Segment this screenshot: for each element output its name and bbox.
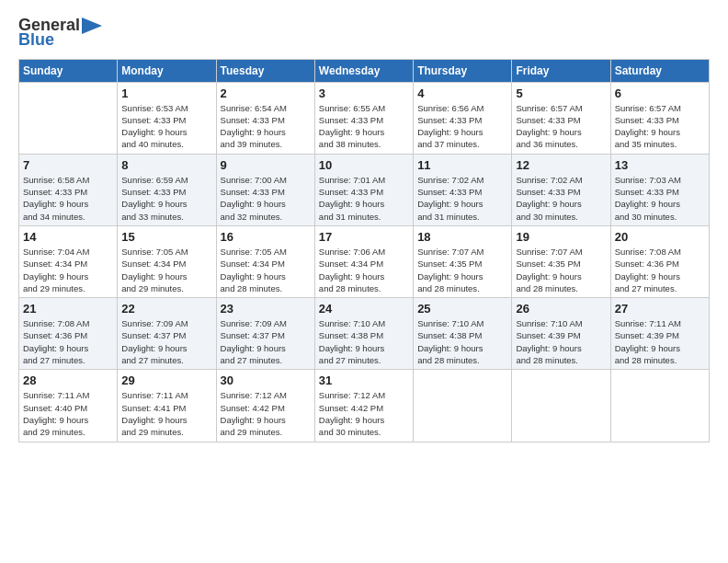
calendar-empty-cell	[512, 370, 610, 442]
calendar-week-row: 7Sunrise: 6:58 AM Sunset: 4:33 PM Daylig…	[19, 154, 710, 225]
calendar-empty-cell	[610, 370, 709, 442]
day-number: 31	[319, 373, 409, 387]
day-number: 18	[417, 230, 507, 244]
day-info: Sunrise: 7:10 AM Sunset: 4:39 PM Dayligh…	[516, 317, 606, 366]
day-number: 16	[221, 230, 311, 244]
calendar-day-cell: 21Sunrise: 7:08 AM Sunset: 4:36 PM Dayli…	[19, 298, 118, 370]
day-info: Sunrise: 6:59 AM Sunset: 4:33 PM Dayligh…	[121, 174, 211, 223]
day-number: 17	[319, 230, 409, 244]
calendar-day-cell: 19Sunrise: 7:07 AM Sunset: 4:35 PM Dayli…	[512, 225, 610, 297]
day-info: Sunrise: 7:12 AM Sunset: 4:42 PM Dayligh…	[319, 389, 409, 438]
day-info: Sunrise: 7:11 AM Sunset: 4:39 PM Dayligh…	[615, 317, 705, 366]
calendar-day-cell: 10Sunrise: 7:01 AM Sunset: 4:33 PM Dayli…	[314, 154, 413, 225]
calendar-day-cell: 28Sunrise: 7:11 AM Sunset: 4:40 PM Dayli…	[19, 370, 118, 442]
day-number: 30	[221, 373, 311, 387]
calendar-day-cell: 9Sunrise: 7:00 AM Sunset: 4:33 PM Daylig…	[216, 154, 314, 225]
day-info: Sunrise: 7:01 AM Sunset: 4:33 PM Dayligh…	[319, 174, 409, 223]
day-info: Sunrise: 7:11 AM Sunset: 4:40 PM Dayligh…	[23, 389, 113, 438]
calendar-day-cell: 22Sunrise: 7:09 AM Sunset: 4:37 PM Dayli…	[118, 298, 216, 370]
day-info: Sunrise: 7:04 AM Sunset: 4:34 PM Dayligh…	[23, 246, 113, 294]
calendar-week-row: 28Sunrise: 7:11 AM Sunset: 4:40 PM Dayli…	[19, 370, 710, 442]
calendar-day-cell: 30Sunrise: 7:12 AM Sunset: 4:42 PM Dayli…	[216, 370, 314, 442]
day-info: Sunrise: 6:56 AM Sunset: 4:33 PM Dayligh…	[417, 102, 507, 151]
day-info: Sunrise: 7:09 AM Sunset: 4:37 PM Dayligh…	[121, 317, 211, 366]
day-number: 22	[121, 302, 211, 316]
weekday-header-tuesday: Tuesday	[216, 59, 314, 82]
day-number: 1	[121, 86, 211, 100]
day-number: 11	[417, 158, 507, 172]
day-info: Sunrise: 7:02 AM Sunset: 4:33 PM Dayligh…	[417, 174, 507, 223]
calendar-day-cell: 2Sunrise: 6:54 AM Sunset: 4:33 PM Daylig…	[216, 82, 314, 154]
day-info: Sunrise: 7:06 AM Sunset: 4:34 PM Dayligh…	[319, 246, 409, 294]
calendar-day-cell: 17Sunrise: 7:06 AM Sunset: 4:34 PM Dayli…	[314, 225, 413, 297]
calendar-day-cell: 29Sunrise: 7:11 AM Sunset: 4:41 PM Dayli…	[118, 370, 216, 442]
day-number: 13	[615, 158, 705, 172]
day-number: 19	[516, 230, 606, 244]
calendar-day-cell: 12Sunrise: 7:02 AM Sunset: 4:33 PM Dayli…	[512, 154, 610, 225]
weekday-header-wednesday: Wednesday	[314, 59, 413, 82]
calendar-day-cell: 13Sunrise: 7:03 AM Sunset: 4:33 PM Dayli…	[610, 154, 709, 225]
day-info: Sunrise: 7:08 AM Sunset: 4:36 PM Dayligh…	[23, 317, 113, 366]
calendar-day-cell: 15Sunrise: 7:05 AM Sunset: 4:34 PM Dayli…	[118, 225, 216, 297]
calendar-day-cell: 4Sunrise: 6:56 AM Sunset: 4:33 PM Daylig…	[414, 82, 512, 154]
day-number: 6	[615, 86, 705, 100]
calendar-week-row: 21Sunrise: 7:08 AM Sunset: 4:36 PM Dayli…	[19, 298, 710, 370]
day-number: 10	[319, 158, 409, 172]
day-number: 25	[417, 302, 507, 316]
calendar-day-cell: 1Sunrise: 6:53 AM Sunset: 4:33 PM Daylig…	[118, 82, 216, 154]
day-number: 5	[516, 86, 606, 100]
calendar-day-cell: 14Sunrise: 7:04 AM Sunset: 4:34 PM Dayli…	[19, 225, 118, 297]
calendar-day-cell: 25Sunrise: 7:10 AM Sunset: 4:38 PM Dayli…	[414, 298, 512, 370]
calendar-day-cell: 5Sunrise: 6:57 AM Sunset: 4:33 PM Daylig…	[512, 82, 610, 154]
day-info: Sunrise: 7:09 AM Sunset: 4:37 PM Dayligh…	[221, 317, 311, 366]
day-info: Sunrise: 7:08 AM Sunset: 4:36 PM Dayligh…	[615, 246, 705, 294]
day-number: 12	[516, 158, 606, 172]
day-number: 21	[23, 302, 113, 316]
header: General Blue	[18, 17, 710, 50]
day-info: Sunrise: 7:12 AM Sunset: 4:42 PM Dayligh…	[221, 389, 311, 438]
day-number: 29	[121, 373, 211, 387]
weekday-header-saturday: Saturday	[610, 59, 709, 82]
day-info: Sunrise: 6:54 AM Sunset: 4:33 PM Dayligh…	[221, 102, 311, 151]
day-info: Sunrise: 6:55 AM Sunset: 4:33 PM Dayligh…	[319, 102, 409, 151]
day-info: Sunrise: 7:10 AM Sunset: 4:38 PM Dayligh…	[319, 317, 409, 366]
day-info: Sunrise: 7:07 AM Sunset: 4:35 PM Dayligh…	[516, 246, 606, 294]
calendar-day-cell: 26Sunrise: 7:10 AM Sunset: 4:39 PM Dayli…	[512, 298, 610, 370]
day-number: 23	[221, 302, 311, 316]
day-number: 24	[319, 302, 409, 316]
calendar-day-cell: 16Sunrise: 7:05 AM Sunset: 4:34 PM Dayli…	[216, 225, 314, 297]
day-info: Sunrise: 7:03 AM Sunset: 4:33 PM Dayligh…	[615, 174, 705, 223]
day-info: Sunrise: 6:57 AM Sunset: 4:33 PM Dayligh…	[615, 102, 705, 151]
day-info: Sunrise: 7:05 AM Sunset: 4:34 PM Dayligh…	[221, 246, 311, 294]
logo-blue: Blue	[18, 31, 102, 50]
weekday-header-row: SundayMondayTuesdayWednesdayThursdayFrid…	[19, 59, 710, 82]
calendar-day-cell: 8Sunrise: 6:59 AM Sunset: 4:33 PM Daylig…	[118, 154, 216, 225]
day-number: 15	[121, 230, 211, 244]
day-number: 28	[23, 373, 113, 387]
weekday-header-thursday: Thursday	[414, 59, 512, 82]
day-number: 9	[221, 158, 311, 172]
day-info: Sunrise: 6:53 AM Sunset: 4:33 PM Dayligh…	[121, 102, 211, 151]
calendar-day-cell: 20Sunrise: 7:08 AM Sunset: 4:36 PM Dayli…	[610, 225, 709, 297]
day-number: 3	[319, 86, 409, 100]
calendar-week-row: 1Sunrise: 6:53 AM Sunset: 4:33 PM Daylig…	[19, 82, 710, 154]
calendar-empty-cell	[414, 370, 512, 442]
day-info: Sunrise: 7:11 AM Sunset: 4:41 PM Dayligh…	[121, 389, 211, 438]
day-number: 20	[615, 230, 705, 244]
calendar-empty-cell	[19, 82, 118, 154]
day-number: 27	[615, 302, 705, 316]
day-info: Sunrise: 7:00 AM Sunset: 4:33 PM Dayligh…	[221, 174, 311, 223]
day-number: 2	[221, 86, 311, 100]
day-number: 7	[23, 158, 113, 172]
day-info: Sunrise: 6:58 AM Sunset: 4:33 PM Dayligh…	[23, 174, 113, 223]
weekday-header-monday: Monday	[118, 59, 216, 82]
calendar-day-cell: 23Sunrise: 7:09 AM Sunset: 4:37 PM Dayli…	[216, 298, 314, 370]
day-number: 4	[417, 86, 507, 100]
calendar-day-cell: 3Sunrise: 6:55 AM Sunset: 4:33 PM Daylig…	[314, 82, 413, 154]
calendar-week-row: 14Sunrise: 7:04 AM Sunset: 4:34 PM Dayli…	[19, 225, 710, 297]
calendar-day-cell: 31Sunrise: 7:12 AM Sunset: 4:42 PM Dayli…	[314, 370, 413, 442]
page: General Blue SundayMondayTuesdayWednesda…	[0, 0, 728, 563]
calendar-day-cell: 18Sunrise: 7:07 AM Sunset: 4:35 PM Dayli…	[414, 225, 512, 297]
day-number: 8	[121, 158, 211, 172]
day-info: Sunrise: 7:07 AM Sunset: 4:35 PM Dayligh…	[417, 246, 507, 294]
